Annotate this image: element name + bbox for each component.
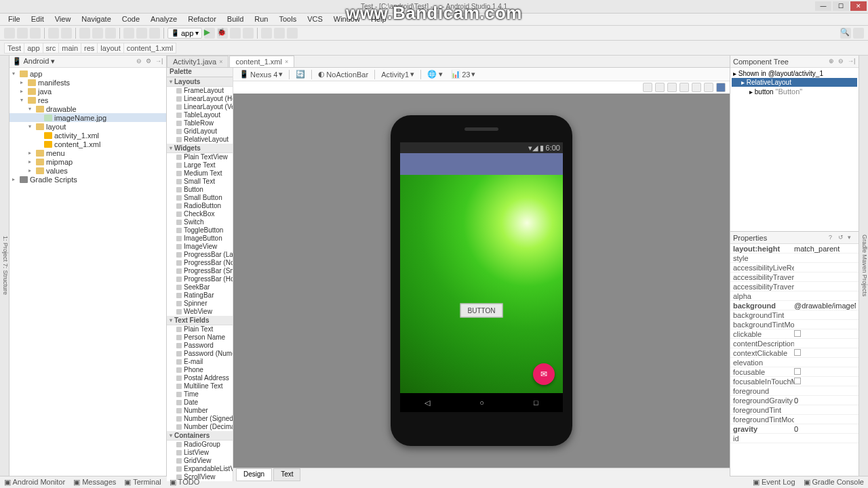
breadcrumb[interactable]: Testappsrcmainreslayoutcontent_1.xml xyxy=(4,43,176,54)
prop-filter-icon[interactable]: ▾ xyxy=(848,234,856,242)
tree-item[interactable]: ▾drawable xyxy=(9,104,166,113)
property-row[interactable]: accessibilityTraversalAfter xyxy=(730,272,859,282)
palette-item[interactable]: Password (Numeric) xyxy=(167,350,233,358)
menu-refactor[interactable]: Refactor xyxy=(182,14,222,25)
sync-icon[interactable] xyxy=(30,28,41,39)
breadcrumb-item[interactable]: src xyxy=(43,43,59,54)
property-row[interactable]: layout:heightmatch_parent xyxy=(730,244,859,253)
locale-icon[interactable]: 🌐 ▾ xyxy=(425,69,445,79)
palette-section[interactable]: ▾Text Fields xyxy=(167,316,233,325)
editor-tab[interactable]: Activity1.java× xyxy=(167,56,229,67)
window-maximize[interactable]: ☐ xyxy=(833,1,849,11)
menu-edit[interactable]: Edit xyxy=(26,14,50,25)
tree-item[interactable]: ▾res xyxy=(9,96,166,104)
palette-item[interactable]: LinearLayout (Vertical) xyxy=(167,103,233,111)
component-tree-item[interactable]: ▸ Shown in @layout/activity_1 xyxy=(732,69,857,78)
palette-item[interactable]: ToggleButton xyxy=(167,226,233,235)
footer-tab[interactable]: ▣ Terminal xyxy=(124,478,161,487)
monitor-icon[interactable] xyxy=(287,28,298,39)
palette-item[interactable]: WebView xyxy=(167,308,233,316)
zoom-actual-icon[interactable] xyxy=(667,83,677,92)
property-row[interactable]: foreground xyxy=(730,386,859,396)
footer-tab[interactable]: ▣ Event Log xyxy=(753,478,795,487)
paste-icon[interactable] xyxy=(105,28,116,39)
property-row[interactable]: style xyxy=(730,253,859,263)
palette-item[interactable]: ExpandableListView xyxy=(167,465,233,473)
property-row[interactable]: contentDescription xyxy=(730,339,859,348)
theme-select[interactable]: ◐ NoActionBar xyxy=(316,69,370,79)
tree-item[interactable]: ▸java xyxy=(9,87,166,96)
palette-item[interactable]: FrameLayout xyxy=(167,87,233,95)
palette-item[interactable]: Plain Text xyxy=(167,325,233,333)
menu-help[interactable]: Help xyxy=(366,14,392,25)
ct-expand-icon[interactable]: ⊕ xyxy=(829,58,837,66)
palette-item[interactable]: E-mail xyxy=(167,358,233,366)
palette-item[interactable]: RelativeLayout xyxy=(167,136,233,144)
property-row[interactable]: contextClickable xyxy=(730,348,859,358)
palette-item[interactable]: Plain TextView xyxy=(167,153,233,161)
right-gutter[interactable]: Gradle Maven Projects xyxy=(859,56,868,476)
breadcrumb-item[interactable]: Test xyxy=(4,43,24,54)
palette-item[interactable]: ProgressBar (Small) xyxy=(167,267,233,275)
property-row[interactable]: backgroundTintMode xyxy=(730,320,859,329)
component-tree-item[interactable]: ▸ RelativeLayout xyxy=(732,78,857,87)
palette-item[interactable]: CheckBox xyxy=(167,210,233,218)
property-row[interactable]: accessibilityTraversalBefore xyxy=(730,282,859,291)
zoom-in-icon[interactable] xyxy=(679,83,689,92)
property-row[interactable]: foregroundTint xyxy=(730,405,859,415)
project-tree[interactable]: ▾app▸manifests▸java▾res▾drawableimageNam… xyxy=(9,68,166,476)
property-row[interactable]: focusable xyxy=(730,367,859,377)
breadcrumb-item[interactable]: content_1.xml xyxy=(123,43,176,54)
attach-icon[interactable] xyxy=(230,28,241,39)
open-icon[interactable] xyxy=(4,28,15,39)
menu-run[interactable]: Run xyxy=(249,14,273,25)
redo-icon[interactable] xyxy=(61,28,72,39)
menu-code[interactable]: Code xyxy=(117,14,145,25)
palette-item[interactable]: Person Name xyxy=(167,333,233,342)
collapse-icon[interactable]: ⊖ xyxy=(136,58,144,66)
palette-item[interactable]: Number (Decimal) xyxy=(167,423,233,431)
zoom-out-icon[interactable] xyxy=(655,83,665,92)
palette-item[interactable]: Time xyxy=(167,390,233,399)
menu-navigate[interactable]: Navigate xyxy=(76,14,116,25)
tree-item[interactable]: ▾app xyxy=(9,69,166,78)
property-row[interactable]: gravity0 xyxy=(730,424,859,434)
search-everywhere-icon[interactable]: 🔍 xyxy=(840,28,851,39)
palette-item[interactable]: ProgressBar (Horizontal) xyxy=(167,275,233,283)
hide-icon[interactable]: →| xyxy=(155,58,163,66)
tab-text[interactable]: Text xyxy=(273,468,300,481)
zoom-fit-icon[interactable] xyxy=(692,83,701,92)
palette-section[interactable]: ▾Containers xyxy=(167,431,233,441)
palette-item[interactable]: Button xyxy=(167,186,233,194)
debug-icon[interactable]: 🐞 xyxy=(217,28,228,39)
palette-item[interactable]: Number xyxy=(167,407,233,415)
breadcrumb-item[interactable]: app xyxy=(24,43,42,54)
forward-icon[interactable] xyxy=(149,28,160,39)
property-row[interactable]: clickable xyxy=(730,329,859,339)
orientation-icon[interactable]: 🔄 xyxy=(294,69,307,79)
menu-build[interactable]: Build xyxy=(222,14,249,25)
properties-table[interactable]: layout:heightmatch_parentstyleaccessibil… xyxy=(730,244,859,443)
design-canvas[interactable]: ▾◢ ▮ 6:00 BUTTON ✉ ◁ ○ xyxy=(233,94,730,468)
prop-help-icon[interactable]: ? xyxy=(829,234,837,242)
palette-item[interactable]: Spinner xyxy=(167,300,233,308)
back-icon[interactable] xyxy=(136,28,147,39)
palette-item[interactable]: ImageButton xyxy=(167,235,233,243)
close-icon[interactable]: × xyxy=(219,58,222,65)
palette-item[interactable]: TableRow xyxy=(167,119,233,127)
palette-item[interactable]: ImageView xyxy=(167,243,233,251)
tree-item[interactable]: ▾layout xyxy=(9,122,166,131)
window-close[interactable]: ✕ xyxy=(850,1,867,11)
tree-item[interactable]: content_1.xml xyxy=(9,140,166,148)
palette-section[interactable]: ▾Layouts xyxy=(167,77,233,87)
render-icon[interactable] xyxy=(716,83,726,92)
stop-icon[interactable] xyxy=(243,28,254,39)
property-row[interactable]: backgroundTint xyxy=(730,310,859,320)
property-row[interactable]: foregroundGravity0 xyxy=(730,396,859,405)
breadcrumb-item[interactable]: res xyxy=(81,43,97,54)
palette-item[interactable]: Password xyxy=(167,342,233,350)
close-icon[interactable]: × xyxy=(285,58,288,65)
preview-content[interactable]: BUTTON ✉ xyxy=(400,175,563,393)
tab-design[interactable]: Design xyxy=(236,468,272,481)
menu-vcs[interactable]: VCS xyxy=(302,14,328,25)
